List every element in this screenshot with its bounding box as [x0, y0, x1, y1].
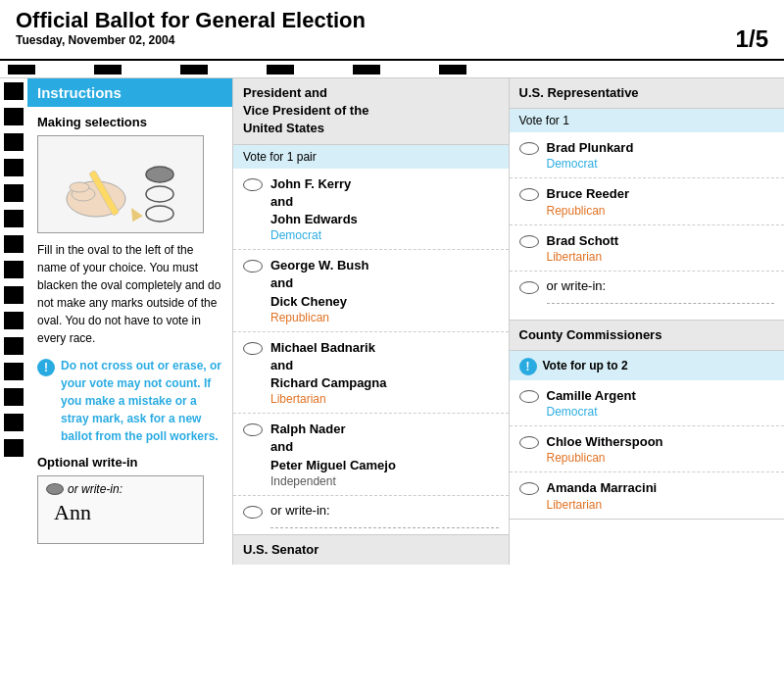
- candidate-badnarik-campagna: Michael BadnarikandRichard Campagna Libe…: [233, 332, 509, 415]
- us-rep-header: U.S. Representative: [510, 78, 785, 109]
- candidate-name: Bruce Reeder: [547, 185, 630, 203]
- write-in-example-text: Ann: [54, 500, 195, 525]
- candidate-name: Amanda Marracini: [547, 479, 658, 497]
- county-commissioners-header: County Commissioners: [510, 321, 785, 351]
- write-in-label-text: or write-in:: [68, 482, 122, 496]
- president-contest-title: President andVice President of theUnited…: [243, 84, 499, 138]
- president-contest-header: President andVice President of theUnited…: [233, 78, 509, 145]
- candidate-argent: Camille Argent Democrat: [510, 380, 785, 426]
- svg-point-6: [146, 186, 173, 202]
- candidate-name: Michael BadnarikandRichard Campagna: [270, 339, 386, 393]
- left-mark: [4, 261, 24, 278]
- left-timing-marks: [0, 78, 27, 565]
- candidate-party: Republican: [270, 311, 368, 324]
- instructions-column: Instructions Making selections: [27, 78, 233, 565]
- ballot-page: Official Ballot for General Election Tue…: [0, 0, 784, 565]
- president-vote-instruction: Vote for 1 pair: [233, 145, 509, 169]
- candidate-name: Chloe Witherspoon: [547, 433, 663, 451]
- svg-point-7: [146, 206, 173, 222]
- spacer: [510, 310, 785, 320]
- candidate-info: Brad Plunkard Democrat: [547, 139, 634, 171]
- candidate-bush-cheney: George W. BushandDick Cheney Republican: [233, 250, 509, 332]
- ballot-date: Tuesday, November 02, 2004: [16, 33, 366, 47]
- write-in-line: [270, 527, 499, 528]
- candidate-name: George W. BushandDick Cheney: [270, 257, 368, 311]
- candidate-oval[interactable]: [519, 235, 539, 248]
- contests-area: President andVice President of theUnited…: [233, 78, 784, 565]
- ballot-title: Official Ballot for General Election: [16, 8, 366, 33]
- candidate-name: Ralph NaderandPeter Miguel Camejo: [270, 421, 396, 474]
- candidate-info: John F. KerryandJohn Edwards Democrat: [270, 175, 358, 243]
- candidate-party: Democrat: [547, 405, 636, 419]
- left-mark: [4, 82, 24, 100]
- svg-point-5: [146, 167, 173, 182]
- candidate-oval[interactable]: [243, 342, 263, 355]
- warning-icon: !: [37, 359, 55, 376]
- candidate-info: Michael BadnarikandRichard Campagna Libe…: [270, 339, 386, 407]
- candidate-name: Camille Argent: [547, 387, 636, 405]
- write-in-label: or write-in:: [46, 482, 195, 496]
- making-selections-heading: Making selections: [37, 115, 222, 129]
- left-mark: [4, 235, 24, 253]
- left-mark: [4, 363, 24, 380]
- svg-point-2: [70, 182, 89, 192]
- candidate-info: George W. BushandDick Cheney Republican: [270, 257, 368, 324]
- instructions-title: Instructions: [37, 84, 122, 101]
- us-rep-vote-instruction: Vote for 1: [510, 109, 785, 132]
- vote-warning-icon: !: [519, 358, 537, 375]
- candidate-info: Camille Argent Democrat: [547, 387, 636, 419]
- header-title-block: Official Ballot for General Election Tue…: [16, 8, 366, 47]
- candidate-party: Libertarian: [547, 250, 619, 264]
- candidate-kerry-edwards: John F. KerryandJohn Edwards Democrat: [233, 169, 509, 251]
- candidate-schott: Brad Schott Libertarian: [510, 225, 785, 272]
- left-mark: [4, 159, 24, 176]
- left-mark: [4, 133, 24, 151]
- optional-write-in-heading: Optional write-in: [37, 455, 222, 470]
- candidate-info: Bruce Reeder Republican: [547, 185, 630, 217]
- candidate-witherspoon: Chloe Witherspoon Republican: [510, 426, 785, 472]
- left-mark: [4, 108, 24, 125]
- candidate-oval[interactable]: [243, 178, 263, 191]
- main-layout: Instructions Making selections: [0, 78, 784, 565]
- us-rep-write-in: or write-in:: [510, 272, 785, 301]
- timing-mark: [439, 65, 466, 74]
- timing-mark: [8, 65, 35, 74]
- us-rep-title: U.S. Representative: [519, 84, 775, 102]
- left-mark: [4, 312, 24, 329]
- candidate-info: Ralph NaderandPeter Miguel Camejo Indepe…: [270, 421, 396, 488]
- write-in-label: or write-in:: [270, 503, 330, 518]
- left-mark: [4, 286, 24, 304]
- candidate-oval[interactable]: [243, 260, 263, 273]
- write-in-dashed-line: [547, 303, 775, 304]
- county-commissioners-title: County Commissioners: [519, 326, 775, 344]
- timing-mark: [267, 65, 294, 74]
- candidate-name: Brad Plunkard: [547, 139, 634, 157]
- candidate-oval[interactable]: [519, 390, 539, 403]
- instructions-header: Instructions: [27, 78, 232, 107]
- warning-text: Do not cross out or erase, or your vote …: [61, 357, 222, 445]
- timing-mark: [353, 65, 380, 74]
- instructions-fill-text: Fill in the oval to the left of the name…: [37, 241, 222, 347]
- candidate-party: Libertarian: [270, 392, 386, 406]
- candidate-info: Chloe Witherspoon Republican: [547, 433, 663, 465]
- ballot-content: Instructions Making selections: [27, 78, 784, 565]
- candidate-oval[interactable]: [519, 188, 539, 201]
- instructions-body: Making selections: [27, 107, 232, 552]
- candidate-oval[interactable]: [519, 142, 539, 155]
- candidate-oval[interactable]: [243, 423, 263, 436]
- county-commissioners-contest: County Commissioners ! Vote for up to 2 …: [510, 321, 785, 520]
- write-in-oval[interactable]: [519, 281, 539, 294]
- candidate-party: Independent: [270, 474, 396, 488]
- candidate-name: Brad Schott: [547, 232, 619, 250]
- instructions-warning-block: ! Do not cross out or erase, or your vot…: [37, 357, 222, 445]
- candidate-oval[interactable]: [519, 482, 539, 495]
- county-commissioners-vote-instruction: ! Vote for up to 2: [510, 351, 785, 380]
- candidate-party: Libertarian: [547, 498, 658, 512]
- left-mark: [4, 439, 24, 457]
- candidate-name: John F. KerryandJohn Edwards: [270, 175, 358, 229]
- us-senator-label-section: U.S. Senator: [233, 534, 509, 565]
- candidate-oval[interactable]: [519, 436, 539, 449]
- left-mark: [4, 414, 24, 431]
- left-mark: [4, 388, 24, 406]
- write-in-oval[interactable]: [243, 506, 263, 519]
